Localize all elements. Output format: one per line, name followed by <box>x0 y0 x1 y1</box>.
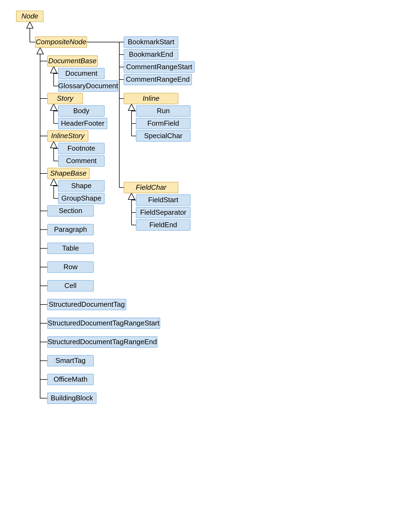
class-buildingblock: BuildingBlock <box>47 393 96 404</box>
class-label: StructuredDocumentTagRangeEnd <box>47 338 157 346</box>
class-groupshape: GroupShape <box>58 193 104 204</box>
class-story: Story <box>47 93 83 104</box>
class-label: Body <box>73 107 89 115</box>
class-section: Section <box>47 205 94 216</box>
class-label: Footnote <box>68 144 95 152</box>
class-label: ShapeBase <box>50 169 86 177</box>
generalization-arrow <box>27 22 33 28</box>
generalization-arrow <box>50 141 57 148</box>
class-commentrangestart: CommentRangeStart <box>124 62 194 72</box>
class-label: OfficeMath <box>53 375 87 383</box>
generalization-arrow <box>50 66 57 73</box>
class-paragraph: Paragraph <box>47 224 94 235</box>
class-label: Paragraph <box>54 225 87 233</box>
class-structureddocumenttagrangeend: StructuredDocumentTagRangeEnd <box>47 337 157 347</box>
class-label: SmartTag <box>55 356 85 365</box>
class-fieldseparator: FieldSeparator <box>136 207 190 218</box>
class-label: DocumentBase <box>48 57 97 65</box>
class-specialchar: SpecialChar <box>136 131 190 141</box>
class-compositenode: CompositeNode <box>35 37 87 47</box>
svg-rect-26 <box>38 398 42 518</box>
class-label: HeaderFooter <box>61 119 105 127</box>
class-label: StructuredDocumentTag <box>49 300 125 308</box>
class-shapebase: ShapeBase <box>47 168 89 179</box>
class-label: CommentRangeStart <box>126 63 193 71</box>
class-label: SpecialChar <box>144 132 182 140</box>
class-label: Row <box>63 263 78 271</box>
generalization-arrow <box>50 179 57 185</box>
class-label: Document <box>65 69 98 77</box>
generalization-arrow <box>50 104 57 110</box>
class-fieldend: FieldEnd <box>136 220 190 230</box>
class-label: Table <box>62 244 79 252</box>
class-label: Shape <box>71 182 91 190</box>
class-label: BookmarkEnd <box>129 50 173 58</box>
class-bookmarkend: BookmarkEnd <box>124 49 178 60</box>
class-label: Section <box>59 207 82 215</box>
class-officemath: OfficeMath <box>47 374 94 385</box>
class-document: Document <box>58 68 104 79</box>
class-body: Body <box>58 106 104 116</box>
class-inline: Inline <box>124 93 178 104</box>
class-node: Node <box>16 11 43 22</box>
class-glossarydocument: GlossaryDocument <box>58 81 118 91</box>
class-fieldstart: FieldStart <box>136 195 190 205</box>
generalization-arrow <box>128 193 135 199</box>
class-label: Story <box>57 94 74 102</box>
class-structureddocumenttag: StructuredDocumentTag <box>47 299 126 310</box>
class-label: CommentRangeEnd <box>126 75 190 83</box>
class-bookmarkstart: BookmarkStart <box>124 37 178 47</box>
class-label: Inline <box>143 94 159 102</box>
class-formfield: FormField <box>136 118 190 129</box>
class-label: FormField <box>147 119 179 127</box>
class-fieldchar: FieldChar <box>124 182 178 193</box>
class-row: Row <box>47 262 94 273</box>
class-hierarchy-diagram: Node CompositeNode DocumentBase Document… <box>0 0 404 532</box>
generalization-arrow <box>128 104 135 110</box>
class-label: FieldChar <box>136 183 167 191</box>
class-inlinestory: InlineStory <box>47 131 88 141</box>
class-comment: Comment <box>58 156 104 166</box>
class-label: InlineStory <box>51 132 85 140</box>
class-label: CompositeNode <box>36 38 86 46</box>
class-label: FieldEnd <box>149 221 177 229</box>
class-headerfooter: HeaderFooter <box>58 118 107 129</box>
class-run: Run <box>136 106 190 116</box>
class-smarttag: SmartTag <box>47 355 94 366</box>
class-documentbase: DocumentBase <box>47 56 98 66</box>
class-label: Comment <box>66 157 97 165</box>
class-label: FieldStart <box>148 196 178 204</box>
class-structureddocumenttagrangestart: StructuredDocumentTagRangeStart <box>47 318 160 329</box>
class-label: Run <box>157 107 170 115</box>
class-label: BookmarkStart <box>128 38 175 46</box>
class-label: GroupShape <box>61 194 101 202</box>
generalization-arrow <box>37 47 43 54</box>
class-label: Node <box>21 12 38 20</box>
class-label: BuildingBlock <box>51 394 93 402</box>
class-cell: Cell <box>47 280 94 291</box>
class-footnote: Footnote <box>58 143 104 154</box>
class-label: Cell <box>65 281 77 290</box>
class-label: FieldSeparator <box>140 208 187 216</box>
class-label: StructuredDocumentTagRangeStart <box>48 319 160 327</box>
class-commentrangeend: CommentRangeEnd <box>124 74 192 85</box>
class-shape: Shape <box>58 180 104 191</box>
class-label: GlossaryDocument <box>58 82 118 90</box>
class-table: Table <box>47 243 94 254</box>
